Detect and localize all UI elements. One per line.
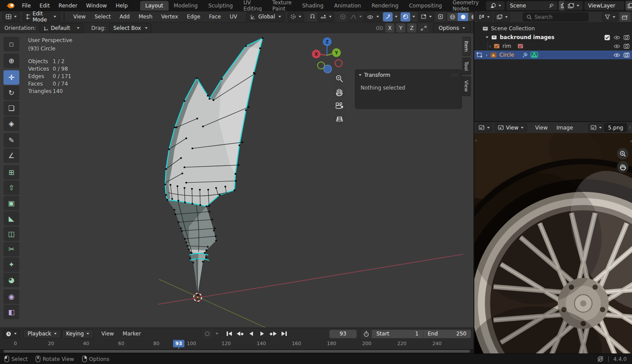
tool-rotate[interactable]: ↻ — [4, 86, 19, 100]
tool-scale[interactable]: ❏ — [4, 101, 19, 115]
end-frame-field[interactable]: End250 — [423, 330, 471, 338]
mirror-x-button[interactable]: X — [385, 23, 394, 32]
new-viewlayer-button[interactable] — [625, 1, 632, 11]
use-preview-range-toggle[interactable] — [361, 329, 372, 339]
viewlayer-name-field[interactable]: ViewLayer — [584, 1, 625, 11]
vp-menu-mesh[interactable]: Mesh — [134, 11, 157, 22]
outliner-row-circle[interactable]: › Circle — [474, 50, 632, 59]
tab-tool[interactable]: Tool — [462, 58, 471, 75]
show-overlays-toggle[interactable] — [401, 12, 410, 22]
keying-menu[interactable]: Keying — [62, 329, 94, 339]
blender-logo-icon[interactable] — [5, 2, 15, 9]
timeline-editor-type-button[interactable] — [3, 329, 20, 339]
vp-menu-uv[interactable]: UV — [225, 11, 242, 22]
mesh-object[interactable] — [165, 38, 263, 295]
viewport-canvas[interactable]: Z X Y — [0, 33, 473, 328]
timeline-scrollbar[interactable] — [0, 349, 473, 353]
tool-move[interactable]: ✛ — [4, 70, 19, 85]
vp-menu-vertex[interactable]: Vertex — [157, 11, 183, 22]
scene-type-button[interactable] — [486, 1, 505, 11]
next-keyframe-button[interactable]: ◆ — [268, 330, 278, 338]
outliner-row-scene-collection[interactable]: Scene Collection — [474, 24, 632, 33]
vp-menu-view[interactable]: View — [69, 11, 90, 22]
mirror-z-button[interactable]: Z — [407, 23, 416, 32]
tool-annotate[interactable]: ✎ — [4, 133, 19, 148]
mirror-y-button[interactable]: Y — [396, 23, 405, 32]
menu-file[interactable]: File — [18, 0, 35, 11]
snap-toggle[interactable] — [307, 12, 317, 22]
mirror-icon[interactable] — [376, 25, 383, 31]
outliner-display-mode[interactable] — [476, 12, 492, 22]
gizmo-neg-x-ball[interactable] — [335, 60, 342, 67]
tool-select-box[interactable]: ◻ — [4, 37, 19, 51]
tool-options-dropdown[interactable]: Options — [433, 23, 471, 32]
gizmo-neg-z-ball[interactable] — [324, 65, 332, 73]
region-toggle-arrow-right[interactable]: ‹ — [630, 138, 632, 144]
toggle-perspective-button[interactable] — [333, 113, 346, 125]
tab-item[interactable]: Item — [462, 37, 471, 56]
snap-settings-dropdown[interactable] — [318, 12, 334, 22]
image-pan-button[interactable] — [617, 161, 628, 173]
menu-edit[interactable]: Edit — [35, 0, 54, 11]
outliner-row-collection[interactable]: backround images — [474, 33, 632, 42]
wireframe-shading-button[interactable] — [447, 13, 458, 21]
play-button[interactable] — [257, 330, 267, 338]
falloff-dropdown[interactable] — [348, 12, 365, 22]
tab-modeling[interactable]: Modeling — [169, 1, 203, 11]
jump-to-end-button[interactable] — [279, 330, 289, 338]
tool-bevel[interactable]: ◣ — [4, 211, 19, 226]
xray-settings-group[interactable] — [418, 12, 434, 22]
panel-drag-dots[interactable]: :::: — [451, 73, 458, 77]
pivot-point-dropdown[interactable] — [288, 12, 304, 22]
outliner-filter-layer[interactable] — [494, 12, 510, 22]
tab-geometry-nodes[interactable]: Geometry Nodes — [447, 1, 484, 11]
tool-add-cube[interactable]: ⊞ — [4, 165, 19, 180]
image-mode-dropdown[interactable]: View — [495, 123, 527, 132]
image-name-field[interactable]: 5.png — [604, 123, 627, 132]
play-reverse-button[interactable] — [246, 330, 256, 338]
overlays-dropdown[interactable] — [410, 12, 417, 22]
mode-dropdown[interactable]: Edit Mode — [22, 12, 60, 22]
tl-menu-view[interactable]: View — [97, 328, 118, 339]
eye-icon[interactable] — [614, 35, 620, 40]
jump-to-start-button[interactable] — [224, 330, 234, 338]
vp-menu-face[interactable]: Face — [205, 11, 225, 22]
camera-visibility-icon[interactable] — [624, 52, 629, 58]
vp-menu-edge[interactable]: Edge — [183, 11, 205, 22]
gizmo-dropdown[interactable] — [393, 12, 399, 22]
viewlayer-type-button[interactable] — [564, 1, 583, 11]
new-collection-button[interactable] — [620, 12, 630, 22]
fake-user-shield-icon[interactable] — [630, 125, 630, 131]
tab-sculpting[interactable]: Sculpting — [203, 1, 238, 11]
snap-base-button[interactable] — [418, 23, 429, 32]
image-editor-type-button[interactable] — [476, 123, 492, 132]
tool-knife[interactable]: ✂ — [4, 242, 19, 256]
image-browse-button[interactable] — [588, 123, 604, 132]
img-menu-image[interactable]: Image — [552, 122, 578, 133]
zoom-button[interactable] — [333, 73, 346, 85]
vp-menu-add[interactable]: Add — [115, 11, 134, 22]
tool-extrude[interactable]: ⇧ — [4, 180, 19, 195]
checkbox-icon[interactable] — [604, 35, 610, 40]
tab-animation[interactable]: Animation — [329, 1, 366, 11]
tab-uv-editing[interactable]: UV Editing — [238, 1, 267, 11]
image-view[interactable]: Radich — [474, 133, 632, 354]
vp-menu-select[interactable]: Select — [90, 11, 115, 22]
transform-panel-header[interactable]: Transform :::: — [355, 70, 462, 80]
tool-spin[interactable]: ◕ — [4, 273, 19, 287]
playback-menu[interactable]: Playback — [23, 329, 61, 339]
solid-shading-button[interactable] — [458, 13, 468, 21]
tab-layout[interactable]: Layout — [140, 1, 169, 11]
show-gizmo-toggle[interactable] — [383, 12, 393, 22]
tab-view[interactable]: View — [462, 76, 471, 96]
vertex-select-button[interactable] — [64, 13, 65, 21]
toggle-xray-button[interactable] — [436, 12, 445, 22]
transform-orientation-dropdown[interactable]: Global — [246, 12, 285, 22]
tool-inset-faces[interactable]: ▣ — [4, 196, 19, 210]
tool-transform[interactable]: ◈ — [4, 116, 19, 131]
eye-icon[interactable] — [614, 53, 620, 58]
outliner-search[interactable]: Search — [523, 12, 589, 22]
drag-mode-dropdown[interactable]: Select Box — [109, 23, 152, 32]
tl-menu-marker[interactable]: Marker — [118, 328, 145, 339]
outliner-filter-dropdown[interactable] — [602, 12, 618, 22]
